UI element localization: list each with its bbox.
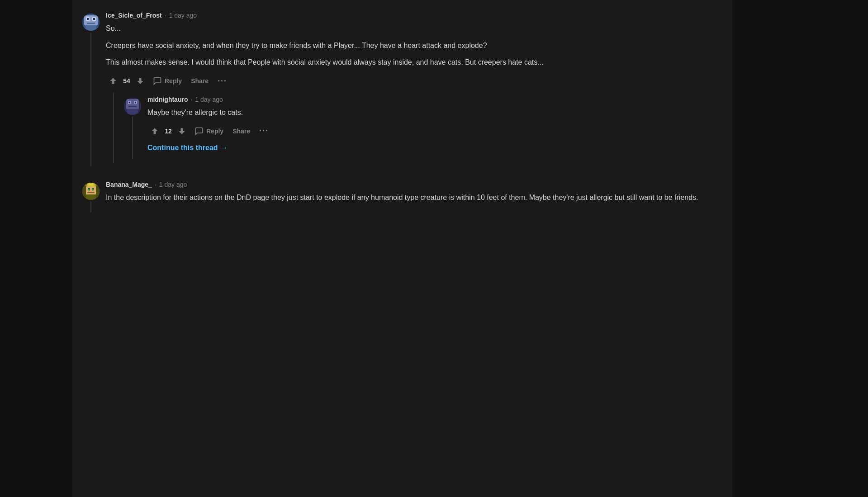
upvote-button-1[interactable] <box>106 75 120 87</box>
vote-count-2: 12 <box>164 128 173 135</box>
avatar-col-2 <box>121 96 144 160</box>
avatar-banana-img <box>82 183 100 200</box>
svg-rect-32 <box>86 186 96 194</box>
dot-3: · <box>155 181 157 188</box>
comment-text-1: So... Creepers have social anxiety, and … <box>106 23 725 68</box>
main-content: Ice_Sicle_of_Frost · 1 day ago So... Cre… <box>72 0 732 497</box>
upvote-icon-2 <box>150 127 159 136</box>
downvote-icon-1 <box>136 76 145 85</box>
svg-rect-20 <box>135 102 136 103</box>
share-button-1[interactable]: Share <box>187 75 212 87</box>
avatar-ice-sicle-img <box>82 14 100 31</box>
svg-rect-24 <box>138 110 141 114</box>
comment-text-3: In the description for their actions on … <box>106 192 725 204</box>
downvote-button-2[interactable] <box>175 125 189 137</box>
svg-rect-26 <box>137 98 138 100</box>
share-button-2[interactable]: Share <box>229 125 254 137</box>
timestamp-1: 1 day ago <box>169 12 197 19</box>
continue-thread-arrow: → <box>221 144 228 152</box>
continue-thread-text: Continue this thread <box>147 144 218 152</box>
svg-rect-43 <box>95 184 96 186</box>
comment-text-2: Maybe they're allergic to cats. <box>147 107 725 118</box>
reply-button-2[interactable]: Reply <box>191 124 227 138</box>
right-gutter <box>732 0 868 497</box>
action-bar-1: 54 <box>106 74 725 89</box>
svg-rect-21 <box>128 106 137 107</box>
avatar-col-3 <box>80 181 102 213</box>
left-gutter <box>0 0 72 497</box>
downvote-icon-2 <box>177 127 186 136</box>
svg-rect-40 <box>96 195 100 200</box>
svg-rect-37 <box>87 192 95 193</box>
comment-para-1-0: So... <box>106 23 725 34</box>
svg-rect-35 <box>88 189 90 190</box>
vote-section-2: 12 <box>147 125 189 137</box>
svg-rect-14 <box>139 78 142 81</box>
username-3: Banana_Mage_ <box>106 181 152 188</box>
upvote-icon-1 <box>109 76 118 85</box>
svg-rect-41 <box>89 184 93 185</box>
comment-para-2-0: Maybe they're allergic to cats. <box>147 107 725 118</box>
svg-rect-8 <box>83 26 86 30</box>
avatar-banana <box>82 183 100 200</box>
svg-rect-23 <box>124 110 127 114</box>
svg-rect-29 <box>181 128 183 131</box>
page-wrapper: Ice_Sicle_of_Frost · 1 day ago So... Cre… <box>0 0 868 497</box>
action-bar-2: 12 <box>147 123 725 138</box>
banana-comment-wrapper: Banana_Mage_ · 1 day ago In the descript… <box>72 174 732 216</box>
avatar-midnight <box>124 98 141 115</box>
comment-body-1: Ice_Sicle_of_Frost · 1 day ago So... Cre… <box>106 12 725 166</box>
dot-2: · <box>190 96 192 103</box>
continue-thread: Continue this thread → <box>147 144 725 152</box>
username-1: Ice_Sicle_of_Frost <box>106 12 162 19</box>
comment-body-3: Banana_Mage_ · 1 day ago In the descript… <box>106 181 725 213</box>
svg-rect-11 <box>84 14 86 16</box>
comment-thread: Ice_Sicle_of_Frost · 1 day ago So... Cre… <box>72 0 732 221</box>
share-label-1: Share <box>191 77 209 85</box>
reply-icon-2 <box>194 127 204 136</box>
timestamp-3: 1 day ago <box>159 181 187 188</box>
avatar-col-1 <box>80 12 102 166</box>
comment-para-1-2: This almost makes sense. I would think t… <box>106 57 725 68</box>
svg-rect-6 <box>87 23 95 24</box>
svg-rect-28 <box>154 131 156 134</box>
nested-comment-midnight: midnightauro · 1 day ago Maybe they're a… <box>121 92 725 163</box>
downvote-button-1[interactable] <box>133 75 147 87</box>
vote-count-1: 54 <box>122 77 131 85</box>
top-comment-wrapper: Ice_Sicle_of_Frost · 1 day ago So... Cre… <box>72 5 732 170</box>
comment-ice-sicle: Ice_Sicle_of_Frost · 1 day ago So... Cre… <box>80 8 732 170</box>
upvote-button-2[interactable] <box>147 125 162 137</box>
svg-rect-4 <box>87 18 89 20</box>
vote-section-1: 54 <box>106 75 147 87</box>
reply-label-2: Reply <box>206 128 223 135</box>
svg-rect-12 <box>96 14 98 16</box>
share-label-2: Share <box>232 128 250 135</box>
svg-rect-39 <box>82 195 86 200</box>
svg-rect-13 <box>112 81 114 84</box>
svg-rect-22 <box>126 109 139 115</box>
svg-rect-5 <box>93 18 95 20</box>
svg-rect-42 <box>85 185 87 186</box>
svg-rect-10 <box>86 16 89 17</box>
more-button-2[interactable]: ··· <box>256 123 272 138</box>
svg-rect-38 <box>85 194 97 200</box>
reply-button-1[interactable]: Reply <box>149 74 185 88</box>
comment-header-3: Banana_Mage_ · 1 day ago <box>106 181 725 188</box>
more-button-1[interactable]: ··· <box>214 74 231 89</box>
continue-thread-link[interactable]: Continue this thread → <box>147 144 228 152</box>
comment-header-2: midnightauro · 1 day ago <box>147 96 725 103</box>
svg-rect-36 <box>92 189 94 190</box>
thread-line-1 <box>90 33 91 166</box>
avatar-ice-sicle <box>82 14 100 31</box>
avatar-midnight-img <box>124 98 141 115</box>
svg-rect-9 <box>96 26 99 30</box>
reply-container-midnight: midnightauro · 1 day ago Maybe they're a… <box>113 92 725 163</box>
svg-rect-19 <box>129 102 130 103</box>
thread-line-3 <box>90 202 91 213</box>
comment-para-3-0: In the description for their actions on … <box>106 192 725 204</box>
dot-1: · <box>165 12 166 19</box>
svg-rect-7 <box>85 25 97 31</box>
username-2: midnightauro <box>147 96 188 103</box>
comment-header-1: Ice_Sicle_of_Frost · 1 day ago <box>106 12 725 19</box>
comment-para-1-1: Creepers have social anxiety, and when t… <box>106 40 725 52</box>
